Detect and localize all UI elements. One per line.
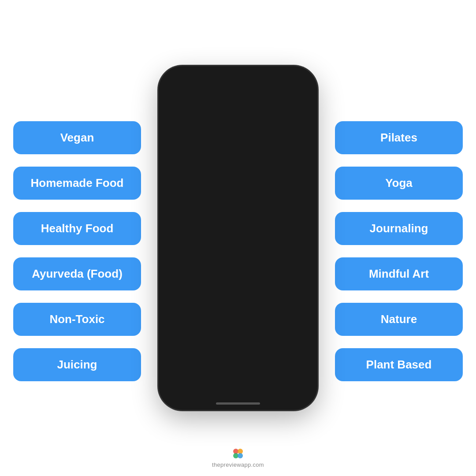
- chip-vegan[interactable]: Vegan: [241, 193, 271, 207]
- post-thumbnail: Edit: [170, 107, 202, 138]
- labels-left: Vegan Homemade Food Healthy Food Ayurved…: [13, 0, 141, 476]
- vegan-pill[interactable]: ✓ Vegan: [191, 175, 221, 183]
- stats-bar: # 30/30 @ 20/20 Abc 2158/2200: [163, 144, 313, 154]
- add-all-label[interactable]: Add All: [170, 176, 188, 182]
- label-journaling[interactable]: Journaling: [335, 212, 463, 245]
- phone-device: 1:36 ▲ 61 Cancel Caption Done Edit Livin…: [159, 66, 317, 410]
- label-ayurveda[interactable]: Ayurveda (Food): [13, 257, 141, 290]
- label-juicing[interactable]: Juicing: [13, 348, 141, 381]
- svg-point-3: [238, 453, 243, 458]
- chip-unisex-skincare[interactable]: Unisex Skincare: [180, 193, 237, 207]
- label-vegan[interactable]: Vegan: [13, 121, 141, 154]
- page-wrapper: Vegan Homemade Food Healthy Food Ayurved…: [0, 0, 476, 476]
- label-mindful-art[interactable]: Mindful Art: [335, 257, 463, 290]
- status-icons: ▲ 61: [291, 78, 304, 84]
- label-plant-based[interactable]: Plant Based: [335, 348, 463, 381]
- label-healthy-food[interactable]: Healthy Food: [13, 212, 141, 245]
- tag-chips-row: Unisex Skincare Vegan Vegan Food Vegan: [180, 193, 296, 207]
- cancel-button[interactable]: Cancel: [171, 89, 193, 97]
- highlighted-tag-section: Unisex Skincare Vegan Vegan Food Vegan: [175, 187, 301, 212]
- label-pilates[interactable]: Pilates: [335, 121, 463, 154]
- branding: thepreviewapp.com: [212, 447, 264, 468]
- chip-vegan-food[interactable]: Vegan Food: [274, 193, 296, 207]
- tag-area: Add All ✓ Vegan Cancel Unisex Skincare V…: [163, 170, 313, 212]
- branding-url: thepreviewapp.com: [212, 461, 264, 468]
- phone-screen: 1:36 ▲ 61 Cancel Caption Done Edit Livin…: [163, 71, 313, 405]
- header-title: Caption: [226, 89, 254, 97]
- app-logo: [232, 447, 244, 460]
- label-yoga[interactable]: Yoga: [335, 167, 463, 200]
- mention-count: @ 20/20: [245, 145, 265, 152]
- char-count: Abc 2158/2200: [270, 145, 306, 152]
- post-preview: Edit Living in moments I used to dream a…: [163, 101, 313, 144]
- add-all-row: Add All ✓ Vegan Cancel: [170, 175, 306, 183]
- label-non-toxic[interactable]: Non-Toxic: [13, 303, 141, 336]
- hashtag-count: # 30/30: [222, 145, 240, 152]
- label-homemade-food[interactable]: Homemade Food: [13, 167, 141, 200]
- hashtags-area: #veganrecipes #plantbased #veganfood #yo…: [163, 217, 313, 278]
- done-button[interactable]: Done: [287, 89, 305, 97]
- cancel-pill[interactable]: Cancel: [225, 175, 250, 183]
- status-bar: 1:36 ▲ 61: [163, 71, 313, 87]
- post-caption: Living in moments I used to dream about …: [206, 107, 306, 138]
- labels-right: Pilates Yoga Journaling Mindful Art Natu…: [335, 0, 463, 476]
- status-time: 1:36: [172, 77, 185, 84]
- wifi-icon: ▲: [291, 78, 296, 84]
- edit-badge[interactable]: Edit: [180, 130, 192, 137]
- battery-icon: 61: [298, 78, 304, 84]
- label-nature[interactable]: Nature: [335, 303, 463, 336]
- comment-area[interactable]: Add first comment: [163, 154, 313, 170]
- app-header: Cancel Caption Done: [163, 87, 313, 101]
